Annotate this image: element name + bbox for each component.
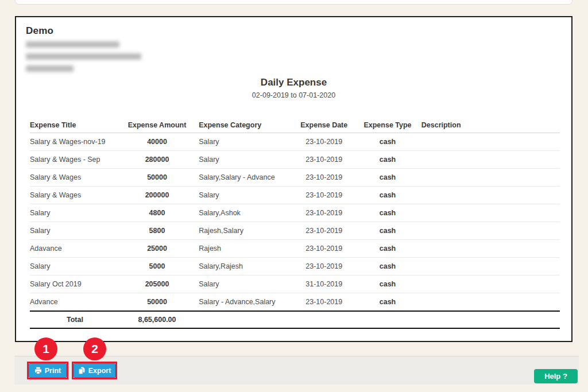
cell-description: [417, 133, 560, 151]
table-row: Advance 50000 Salary - Advance,Salary 23…: [30, 293, 560, 312]
daily-expense-report-card: Demo Daily Expense 02-09-2019 to 07-01-2…: [15, 16, 572, 342]
cell-expense-title: Salary: [30, 258, 120, 275]
total-row: Total 8,65,600.00: [30, 311, 560, 328]
cell-description: [417, 275, 560, 293]
redacted-address-line: [26, 53, 141, 60]
cell-expense-type: cash: [358, 187, 417, 204]
cell-expense-category: Salary: [194, 275, 289, 293]
table-header-row: Expense Title Expense Amount Expense Cat…: [30, 118, 560, 133]
col-header-expense-category: Expense Category: [194, 118, 289, 133]
col-header-expense-type: Expense Type: [358, 118, 417, 133]
table-row: Salary & Wages 50000 Salary,Salary - Adv…: [30, 169, 560, 187]
cell-expense-date: 23-10-2019: [289, 151, 358, 169]
total-amount: 8,65,600.00: [120, 311, 194, 328]
cell-expense-title: Salary & Wages: [30, 169, 120, 187]
cell-expense-type: cash: [358, 275, 417, 293]
cell-expense-category: Rajesh,Salary: [194, 222, 289, 240]
company-name: Demo: [26, 25, 53, 37]
cell-description: [417, 222, 560, 240]
cell-expense-amount: 25000: [120, 240, 194, 258]
cell-expense-title: Salary: [30, 222, 120, 240]
cell-expense-date: 23-10-2019: [289, 240, 358, 258]
cell-expense-type: cash: [358, 293, 417, 312]
cell-expense-type: cash: [358, 258, 417, 275]
export-button[interactable]: Export: [74, 363, 115, 378]
cell-expense-title: Salary & Wages: [30, 187, 120, 204]
cell-expense-title: Adavance: [30, 240, 120, 258]
table-row: Salary & Wages - Sep 280000 Salary 23-10…: [30, 151, 560, 169]
cell-expense-amount: 280000: [120, 151, 194, 169]
table-row: Salary 5000 Salary,Rajesh 23-10-2019 cas…: [30, 258, 560, 275]
cell-expense-category: Rajesh: [194, 240, 289, 258]
cell-expense-title: Salary: [30, 204, 120, 222]
cell-expense-title: Salary Oct 2019: [30, 275, 120, 293]
print-button-label: Print: [45, 367, 61, 375]
annotation-step-1-badge: 1: [34, 337, 57, 360]
table-row: Salary & Wages-nov-19 40000 Salary 23-10…: [30, 133, 560, 151]
cell-expense-type: cash: [358, 169, 417, 187]
cell-expense-amount: 205000: [120, 275, 194, 293]
cell-expense-category: Salary: [194, 133, 289, 151]
help-button[interactable]: Help ?: [534, 369, 578, 383]
table-row: Salary & Wages 200000 Salary 23-10-2019 …: [30, 187, 560, 204]
cell-expense-amount: 5000: [120, 258, 194, 275]
cell-expense-date: 23-10-2019: [289, 169, 358, 187]
report-title: Daily Expense: [16, 77, 571, 88]
col-header-expense-amount: Expense Amount: [120, 118, 194, 133]
cell-description: [417, 204, 560, 222]
expense-table: Expense Title Expense Amount Expense Cat…: [30, 118, 560, 329]
redacted-address-line: [26, 65, 74, 72]
annotation-highlight-export: Export: [72, 362, 117, 379]
cell-expense-type: cash: [358, 133, 417, 151]
cell-expense-title: Salary & Wages - Sep: [30, 151, 120, 169]
export-copy-icon: [78, 367, 86, 374]
cell-expense-amount: 50000: [120, 169, 194, 187]
cell-expense-amount: 200000: [120, 187, 194, 204]
report-header: Daily Expense 02-09-2019 to 07-01-2020: [16, 77, 571, 99]
cell-expense-amount: 50000: [120, 293, 194, 312]
cell-expense-type: cash: [358, 240, 417, 258]
cell-expense-amount: 5800: [120, 222, 194, 240]
report-date-range: 02-09-2019 to 07-01-2020: [16, 91, 571, 99]
table-row: Salary Oct 2019 205000 Salary 31-10-2019…: [30, 275, 560, 293]
cell-expense-type: cash: [358, 222, 417, 240]
cell-description: [417, 258, 560, 275]
cell-expense-category: Salary: [194, 187, 289, 204]
col-header-expense-title: Expense Title: [30, 118, 120, 133]
cell-expense-category: Salary,Salary - Advance: [194, 169, 289, 187]
expense-table-body: Salary & Wages-nov-19 40000 Salary 23-10…: [30, 133, 560, 312]
annotation-step-2-badge: 2: [83, 337, 106, 360]
cell-expense-category: Salary: [194, 151, 289, 169]
cell-expense-date: 31-10-2019: [289, 275, 358, 293]
cell-expense-date: 23-10-2019: [289, 258, 358, 275]
cell-expense-date: 23-10-2019: [289, 222, 358, 240]
cell-expense-date: 23-10-2019: [289, 293, 358, 312]
cell-expense-category: Salary - Advance,Salary: [194, 293, 289, 312]
previous-card-edge: [15, 0, 572, 5]
total-label: Total: [30, 311, 120, 328]
cell-expense-type: cash: [358, 151, 417, 169]
table-row: Salary 5800 Rajesh,Salary 23-10-2019 cas…: [30, 222, 560, 240]
col-header-description: Description: [417, 118, 560, 133]
cell-expense-date: 23-10-2019: [289, 204, 358, 222]
cell-expense-title: Salary & Wages-nov-19: [30, 133, 120, 151]
cell-expense-type: cash: [358, 204, 417, 222]
footer-action-bar: Print Export Help ?: [14, 356, 579, 385]
cell-expense-date: 23-10-2019: [289, 187, 358, 204]
cell-description: [417, 240, 560, 258]
redacted-address-line: [26, 41, 119, 48]
cell-expense-category: Salary,Ashok: [194, 204, 289, 222]
cell-expense-amount: 40000: [120, 133, 194, 151]
col-header-expense-date: Expense Date: [289, 118, 358, 133]
cell-expense-date: 23-10-2019: [289, 133, 358, 151]
cell-description: [417, 187, 560, 204]
cell-expense-category: Salary,Rajesh: [194, 258, 289, 275]
cell-description: [417, 169, 560, 187]
table-row: Adavance 25000 Rajesh 23-10-2019 cash: [30, 240, 560, 258]
cell-description: [417, 151, 560, 169]
printer-icon: [34, 367, 42, 374]
cell-expense-amount: 4800: [120, 204, 194, 222]
print-button[interactable]: Print: [29, 363, 67, 378]
cell-description: [417, 293, 560, 312]
annotation-highlight-print: Print: [27, 362, 68, 379]
